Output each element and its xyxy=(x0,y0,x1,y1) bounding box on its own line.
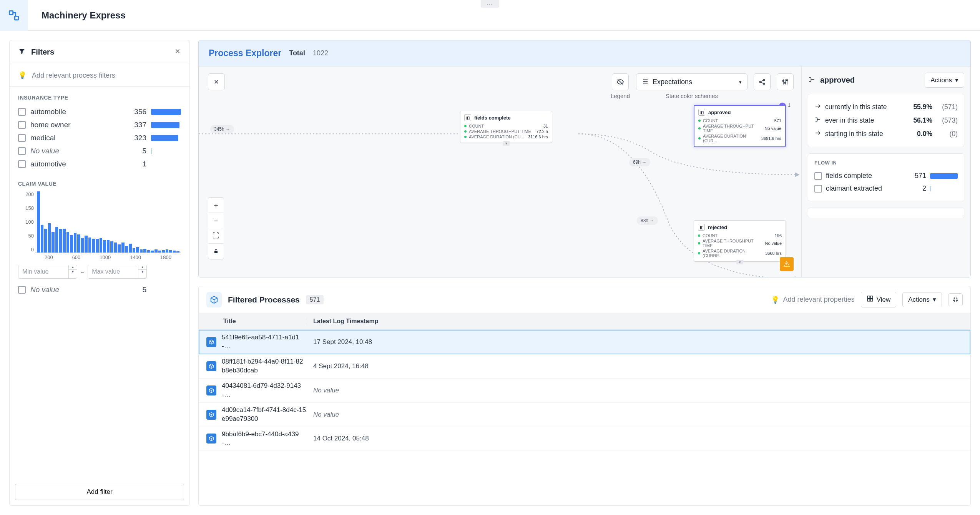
histogram-bar[interactable] xyxy=(143,249,146,253)
close-filters-button[interactable] xyxy=(174,48,181,56)
state-actions-button[interactable]: Actions ▾ xyxy=(925,73,964,88)
histogram-bar[interactable] xyxy=(37,191,40,253)
checkbox[interactable] xyxy=(18,286,26,294)
histogram-bar[interactable] xyxy=(88,238,91,253)
histogram-bar[interactable] xyxy=(85,236,88,253)
filters-hint[interactable]: 💡 Add relevant process filters xyxy=(10,64,189,87)
histogram-bar[interactable] xyxy=(136,247,139,253)
flowin-title: FLOW IN xyxy=(814,160,958,166)
histogram-bar[interactable] xyxy=(133,248,136,253)
histogram-bar[interactable] xyxy=(66,232,70,253)
facet-row[interactable]: automobile 356 xyxy=(18,105,181,118)
checkbox[interactable] xyxy=(814,185,822,193)
add-filter-button[interactable]: Add filter xyxy=(15,484,184,500)
histogram-bar[interactable] xyxy=(51,232,55,253)
checkbox[interactable] xyxy=(18,134,26,142)
drag-handle-icon[interactable]: ⋯ xyxy=(481,0,499,8)
table-row[interactable]: 40434081-6d79-4d32-9143-… No value xyxy=(199,379,970,403)
histogram-bar[interactable] xyxy=(162,250,165,253)
histogram-bar[interactable] xyxy=(48,223,51,253)
fit-screen-button[interactable]: ⛶ xyxy=(208,228,224,244)
histogram-bar[interactable] xyxy=(140,249,143,253)
checkbox[interactable] xyxy=(18,160,26,168)
histogram-bar[interactable] xyxy=(151,251,154,253)
histogram-bar[interactable] xyxy=(100,238,103,253)
table-actions-button[interactable]: Actions ▾ xyxy=(902,292,942,307)
facet-row[interactable]: automotive 1 xyxy=(18,158,181,171)
legend-toggle-button[interactable] xyxy=(612,73,629,90)
color-scheme-dropdown[interactable]: Expectations ▾ xyxy=(636,73,747,90)
facet-count: 337 xyxy=(129,121,146,129)
share-icon-button[interactable] xyxy=(754,73,771,90)
checkbox[interactable] xyxy=(18,121,26,129)
table-hint[interactable]: 💡 Add relevant properties xyxy=(771,296,855,304)
checkbox[interactable] xyxy=(814,172,822,180)
histogram-bar[interactable] xyxy=(121,243,125,253)
histogram-bar[interactable] xyxy=(103,240,106,253)
chevron-down-icon[interactable]: ▼ xyxy=(138,270,146,274)
edge-label: 83h → xyxy=(637,216,658,225)
view-button[interactable]: View xyxy=(861,292,897,307)
histogram-bar[interactable] xyxy=(147,250,150,253)
max-value-input[interactable] xyxy=(88,265,138,278)
row-cube-icon xyxy=(206,410,216,420)
chevron-up-icon[interactable]: ▲ xyxy=(69,265,77,270)
facet-row[interactable]: home owner 337 xyxy=(18,118,181,131)
histogram-bar[interactable] xyxy=(74,233,77,253)
min-value-stepper[interactable]: ▲▼ xyxy=(18,265,77,279)
histogram-bar[interactable] xyxy=(44,229,47,253)
min-value-input[interactable] xyxy=(18,265,68,278)
layout-icon-button[interactable] xyxy=(208,73,225,90)
facet-row[interactable]: No value 5 xyxy=(18,145,181,158)
expand-handle[interactable]: ▾ xyxy=(503,141,510,146)
flow-node-rejected[interactable]: ◧rejected COUNT196AVERAGE THROUGHPUT TIM… xyxy=(694,220,786,262)
flow-node-fields-complete[interactable]: ◧fields complete COUNT31AVERAGE THROUGHP… xyxy=(460,111,552,143)
histogram-bar[interactable] xyxy=(173,251,176,253)
settings-icon-button[interactable] xyxy=(777,73,794,90)
histogram-bar[interactable] xyxy=(92,239,95,253)
claim-value-histogram[interactable]: 200150100500 xyxy=(35,191,181,253)
histogram-bar[interactable] xyxy=(107,240,110,253)
chevron-up-icon[interactable]: ▲ xyxy=(138,265,146,270)
histogram-bar[interactable] xyxy=(70,235,73,253)
histogram-bar[interactable] xyxy=(158,251,161,253)
histogram-bar[interactable] xyxy=(77,234,80,253)
max-value-stepper[interactable]: ▲▼ xyxy=(88,265,147,279)
table-row[interactable]: 541f9e65-aa58-4711-a1d1-… 17 Sept 2024, … xyxy=(199,330,970,354)
table-row[interactable]: 9bbaf6b9-ebc7-440d-a439-… 14 Oct 2024, 0… xyxy=(199,427,970,451)
flow-canvas[interactable]: Legend Expectations ▾ State color scheme… xyxy=(199,66,801,277)
table-row[interactable]: 08ff181f-b294-44a0-8f11-82b8eb30dcab 4 S… xyxy=(199,354,970,379)
histogram-bar[interactable] xyxy=(129,244,132,253)
flow-node-approved[interactable]: ◧approved COUNT571AVERAGE THROUGHPUT TIM… xyxy=(694,105,786,147)
collapse-button[interactable] xyxy=(948,293,963,306)
facet-label: No value xyxy=(30,286,124,294)
lock-button[interactable] xyxy=(208,244,224,259)
histogram-bar[interactable] xyxy=(63,229,66,253)
histogram-bar[interactable] xyxy=(55,227,58,253)
column-header-timestamp[interactable]: Latest Log Timestamp xyxy=(306,318,963,325)
histogram-bar[interactable] xyxy=(176,251,179,253)
chevron-down-icon[interactable]: ▼ xyxy=(69,270,77,274)
histogram-bar[interactable] xyxy=(96,239,99,253)
histogram-bar[interactable] xyxy=(154,249,158,253)
facet-row[interactable]: medical 323 xyxy=(18,131,181,145)
checkbox[interactable] xyxy=(18,108,26,116)
histogram-bar[interactable] xyxy=(41,225,44,253)
histogram-bar[interactable] xyxy=(114,243,117,253)
histogram-bar[interactable] xyxy=(59,229,62,253)
histogram-bar[interactable] xyxy=(125,246,128,253)
histogram-bar[interactable] xyxy=(118,244,121,253)
warning-icon[interactable]: ⚠ xyxy=(780,257,794,271)
histogram-bar[interactable] xyxy=(110,241,113,253)
zoom-in-button[interactable]: ＋ xyxy=(208,198,224,213)
expand-handle[interactable]: ▾ xyxy=(736,260,743,264)
histogram-bar[interactable] xyxy=(81,238,84,253)
histogram-bar[interactable] xyxy=(166,249,169,253)
app-title: Machinery Express xyxy=(42,10,126,21)
zoom-out-button[interactable]: － xyxy=(208,213,224,228)
stat-pct: 55.9% xyxy=(905,103,932,111)
histogram-bar[interactable] xyxy=(169,250,172,253)
column-header-title[interactable]: Title xyxy=(206,318,306,325)
table-row[interactable]: 4d09ca14-7fbf-4741-8d4c-15e99ae79300 No … xyxy=(199,403,970,427)
checkbox[interactable] xyxy=(18,147,26,155)
